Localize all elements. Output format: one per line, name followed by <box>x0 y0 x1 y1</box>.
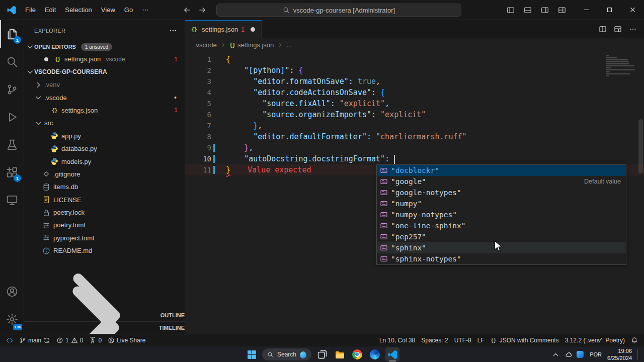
python-interpreter[interactable]: 3.12.2 ('.venv': Poetry) <box>562 334 628 346</box>
tree-item-poetry.toml[interactable]: poetry.toml <box>24 219 185 231</box>
activity-source-control[interactable] <box>0 75 24 103</box>
database-icon <box>42 183 50 191</box>
taskbar-search[interactable]: Search <box>262 348 311 360</box>
tree-item-.vscode[interactable]: .vscode• <box>24 91 185 104</box>
breadcrumb-item-[interactable]: ... <box>286 41 292 49</box>
cloud-icon[interactable] <box>565 351 573 358</box>
tree-item-.gitignore[interactable]: .gitignore <box>24 168 185 180</box>
minimap[interactable] <box>606 54 637 77</box>
tray-app-icon[interactable] <box>577 351 584 358</box>
section-timeline[interactable]: TIMELINE <box>24 321 185 334</box>
suggestion-google[interactable]: "google"Default value <box>377 176 626 187</box>
git-branch[interactable]: main <box>16 334 53 346</box>
suggestion-sphinx[interactable]: "sphinx" <box>377 242 626 253</box>
cursor-position[interactable]: Ln 10, Col 38 <box>376 334 418 346</box>
taskbar-clock[interactable]: 19:06 6/25/2024 <box>607 347 632 362</box>
code-line-3[interactable]: 3 "editor.formatOnSave": true, <box>185 76 644 87</box>
file-name: app.py <box>61 132 81 140</box>
tab-settings-json[interactable]: {} settings.json 1 <box>185 20 262 38</box>
suggestion-sphinxnotypes[interactable]: "sphinx-notypes" <box>377 253 626 264</box>
suggestion-googlenotypes[interactable]: "google-notypes" <box>377 187 626 198</box>
menu-selection[interactable]: Selection <box>60 4 96 17</box>
tree-item-app.py[interactable]: app.py <box>24 130 185 142</box>
taskbar-task-view[interactable] <box>315 347 329 361</box>
show-desktop-button[interactable] <box>637 349 639 359</box>
suggestion-docblockr[interactable]: "docblockr" <box>377 165 626 176</box>
workspace-root-header[interactable]: VSCODE-GP-COURSERA <box>24 65 185 78</box>
editor-layout-icon[interactable] <box>612 23 624 36</box>
code-line-5[interactable]: 5 "source.fixAll": "explicit", <box>185 98 644 109</box>
activity-explorer[interactable]: 1 <box>0 20 24 48</box>
activity-remote-explorer[interactable] <box>0 186 24 214</box>
activity-run-and-debug[interactable] <box>0 103 24 131</box>
tree-item-models.py[interactable]: models.py <box>24 155 185 167</box>
maximize-button[interactable] <box>598 0 621 20</box>
live-share[interactable]: Live Share <box>105 334 148 346</box>
back-arrow-icon[interactable] <box>183 6 191 14</box>
code-line-9[interactable]: 9 }, <box>185 142 644 153</box>
activity-search[interactable] <box>0 48 24 75</box>
tree-item-src[interactable]: src <box>24 117 185 129</box>
split-editor-icon[interactable] <box>597 23 609 36</box>
layout-sidebar-right-icon[interactable] <box>537 4 552 17</box>
notifications[interactable] <box>628 334 641 346</box>
forward-arrow-icon[interactable] <box>198 6 206 14</box>
menu-go[interactable]: Go <box>120 4 137 17</box>
taskbar-start[interactable] <box>245 347 259 361</box>
scrollbar-thumb[interactable] <box>638 119 643 173</box>
taskbar-file-explorer[interactable] <box>333 347 347 361</box>
language-mode[interactable]: {}JSON with Comments <box>488 334 562 346</box>
problems[interactable]: 10 <box>53 334 86 346</box>
tree-item-items.db[interactable]: items.db <box>24 180 185 193</box>
menu-file[interactable]: File <box>21 4 40 17</box>
tree-item-database.py[interactable]: database.py <box>24 142 185 155</box>
code-editor[interactable]: 1{2 "[python]": {3 "editor.formatOnSave"… <box>185 51 644 334</box>
activity-accounts[interactable] <box>0 278 24 305</box>
activity-manage[interactable]: EM <box>0 305 24 333</box>
tree-item-LICENSE[interactable]: LICENSE <box>24 194 185 206</box>
tree-item-pyproject.toml[interactable]: pyproject.toml <box>24 232 185 244</box>
activity-extensions[interactable]: 1 <box>0 158 24 186</box>
suggestion-numpynotypes[interactable]: "numpy-notypes" <box>377 209 626 220</box>
encoding[interactable]: UTF-8 <box>451 334 474 346</box>
tree-item-.venv[interactable]: .venv <box>24 78 185 91</box>
close-button[interactable] <box>621 0 644 20</box>
remote[interactable] <box>3 334 16 346</box>
tree-item-poetry.lock[interactable]: poetry.lock <box>24 206 185 219</box>
layout-panel-icon[interactable] <box>520 4 535 17</box>
taskbar-chrome[interactable] <box>350 347 364 361</box>
ports[interactable]: 0 <box>86 334 105 346</box>
menu-more[interactable]: ⋯ <box>137 4 153 17</box>
code-line-6[interactable]: 6 "source.organizeImports": "explicit" <box>185 109 644 120</box>
activity-testing[interactable] <box>0 131 24 158</box>
taskbar-edge[interactable] <box>368 347 382 361</box>
menu-view[interactable]: View <box>97 4 120 17</box>
open-editors-header[interactable]: OPEN EDITORS 1 unsaved <box>24 41 185 53</box>
unsaved-dot-icon[interactable] <box>251 27 255 32</box>
code-line-2[interactable]: 2 "[python]": { <box>185 65 644 76</box>
code-line-8[interactable]: 8 "editor.defaultFormatter": "charlierma… <box>185 131 644 142</box>
layout-customize-icon[interactable] <box>554 4 570 17</box>
eol[interactable]: LF <box>474 334 488 346</box>
code-line-1[interactable]: 1{ <box>185 54 644 65</box>
layout-sidebar-left-icon[interactable] <box>503 4 518 17</box>
command-center-search[interactable]: vscode-gp-coursera [Administrator] <box>216 4 461 17</box>
chevron-up-icon[interactable] <box>552 351 559 358</box>
menu-edit[interactable]: Edit <box>40 4 60 17</box>
tree-item-settings.json[interactable]: {}settings.json1 <box>24 104 185 117</box>
code-line-10[interactable]: 10 "autoDocstring.docstringFormat": <box>185 153 644 164</box>
more-actions-icon[interactable] <box>169 26 178 35</box>
breadcrumb-item-vscode[interactable]: .vscode <box>194 41 217 49</box>
open-editor-settings.json[interactable]: {}settings.json.vscode1 <box>24 53 185 65</box>
breadcrumb-item-settingsjson[interactable]: {}settings.json <box>229 41 274 49</box>
code-line-4[interactable]: 4 "editor.codeActionsOnSave": { <box>185 87 644 98</box>
taskbar-vscode[interactable] <box>385 347 399 361</box>
more-actions-icon[interactable] <box>627 23 639 36</box>
indentation[interactable]: Spaces: 2 <box>418 334 451 346</box>
minimize-button[interactable] <box>575 0 598 20</box>
language-indicator[interactable]: POR <box>590 351 602 357</box>
suggestion-onelinesphinx[interactable]: "one-line-sphinx" <box>377 220 626 231</box>
code-line-7[interactable]: 7 }, <box>185 120 644 131</box>
suggestion-numpy[interactable]: "numpy" <box>377 198 626 209</box>
suggestion-pep257[interactable]: "pep257" <box>377 231 626 242</box>
